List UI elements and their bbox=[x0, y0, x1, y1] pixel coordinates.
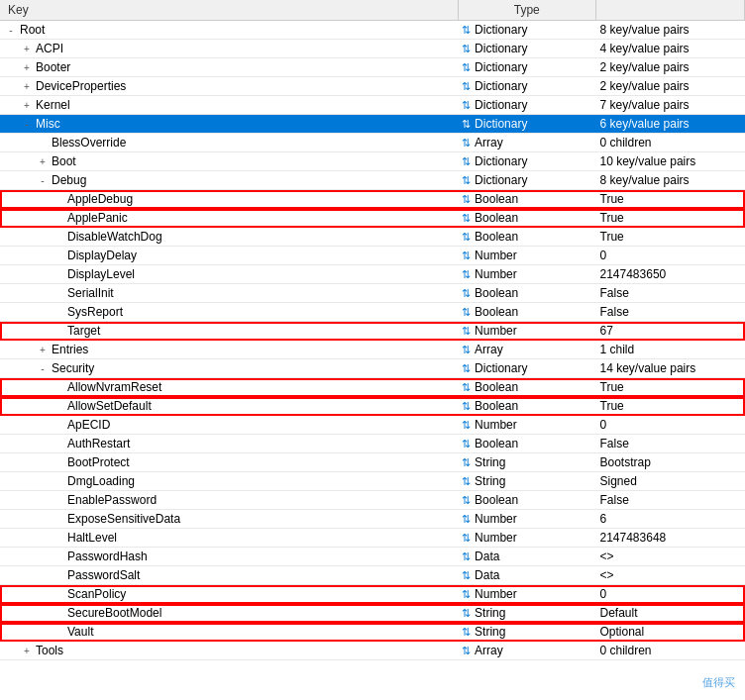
value-label: 8 key/value pairs bbox=[596, 171, 745, 190]
table-row[interactable]: DisableWatchDog⇅BooleanTrue bbox=[0, 228, 745, 247]
table-row[interactable]: Vault⇅StringOptional bbox=[0, 623, 745, 642]
key-name-label: BlessOverride bbox=[50, 136, 126, 150]
key-name-label: Target bbox=[65, 324, 100, 338]
table-row[interactable]: AllowSetDefault⇅BooleanTrue bbox=[0, 397, 745, 416]
key-name-label: AllowSetDefault bbox=[65, 399, 152, 413]
table-row[interactable]: AppleDebug⇅BooleanTrue bbox=[0, 190, 745, 209]
value-label: 6 key/value pairs bbox=[596, 115, 745, 134]
table-row[interactable]: ExposeSensitiveData⇅Number6 bbox=[0, 510, 745, 529]
table-row[interactable]: AuthRestart⇅BooleanFalse bbox=[0, 435, 745, 453]
type-label: String bbox=[475, 455, 505, 469]
type-label: Number bbox=[475, 249, 517, 262]
column-header-type: Type bbox=[458, 0, 595, 21]
type-sort-icon: ⇅ bbox=[462, 137, 471, 149]
type-sort-icon: ⇅ bbox=[462, 569, 471, 581]
expand-plus-icon[interactable]: + bbox=[20, 44, 34, 54]
table-row[interactable]: EnablePassword⇅BooleanFalse bbox=[0, 491, 745, 510]
type-sort-icon: ⇅ bbox=[462, 456, 471, 468]
type-label: Dictionary bbox=[475, 98, 527, 112]
table-row[interactable]: DisplayDelay⇅Number0 bbox=[0, 247, 745, 265]
value-label: 0 children bbox=[596, 134, 745, 152]
expand-minus-icon[interactable]: - bbox=[36, 175, 50, 186]
expand-plus-icon[interactable]: + bbox=[36, 156, 50, 167]
table-row[interactable]: +Kernel⇅Dictionary7 key/value pairs bbox=[0, 96, 745, 115]
table-row[interactable]: HaltLevel⇅Number2147483648 bbox=[0, 529, 745, 548]
key-name-label: ApplePanic bbox=[65, 211, 128, 225]
table-row[interactable]: DmgLoading⇅StringSigned bbox=[0, 472, 745, 491]
table-row[interactable]: SecureBootModel⇅StringDefault bbox=[0, 604, 745, 623]
table-row[interactable]: ScanPolicy⇅Number0 bbox=[0, 585, 745, 604]
table-row[interactable]: SerialInit⇅BooleanFalse bbox=[0, 284, 745, 303]
type-label: Boolean bbox=[475, 399, 518, 413]
type-label: Number bbox=[475, 418, 517, 432]
key-name-label: Root bbox=[18, 23, 45, 37]
type-sort-icon: ⇅ bbox=[462, 513, 471, 525]
table-row[interactable]: ApplePanic⇅BooleanTrue bbox=[0, 209, 745, 228]
table-row[interactable]: ApECID⇅Number0 bbox=[0, 416, 745, 435]
type-label: Number bbox=[475, 512, 517, 526]
table-row[interactable]: BlessOverride⇅Array0 children bbox=[0, 134, 745, 152]
value-label: 4 key/value pairs bbox=[596, 40, 745, 58]
value-label: 8 key/value pairs bbox=[596, 21, 745, 40]
type-label: Boolean bbox=[475, 286, 518, 300]
key-name-label: Tools bbox=[34, 644, 63, 657]
table-row[interactable]: +Boot⇅Dictionary10 key/value pairs bbox=[0, 152, 745, 171]
expand-plus-icon[interactable]: + bbox=[20, 100, 34, 111]
expand-minus-icon[interactable]: - bbox=[4, 25, 18, 36]
table-row[interactable]: AllowNvramReset⇅BooleanTrue bbox=[0, 378, 745, 397]
type-label: Dictionary bbox=[475, 117, 527, 131]
value-label: 2147483648 bbox=[596, 529, 745, 548]
table-row[interactable]: -Security⇅Dictionary14 key/value pairs bbox=[0, 359, 745, 378]
type-label: Boolean bbox=[475, 305, 518, 319]
type-sort-icon: ⇅ bbox=[462, 381, 471, 393]
type-sort-icon: ⇅ bbox=[462, 43, 471, 54]
type-label: Data bbox=[475, 568, 499, 582]
expand-minus-icon[interactable]: - bbox=[20, 119, 34, 130]
type-label: Boolean bbox=[475, 192, 518, 206]
value-label: 2 key/value pairs bbox=[596, 77, 745, 96]
type-sort-icon: ⇅ bbox=[462, 550, 471, 562]
expand-plus-icon[interactable]: + bbox=[20, 62, 34, 73]
type-sort-icon: ⇅ bbox=[462, 24, 471, 36]
table-row[interactable]: -Debug⇅Dictionary8 key/value pairs bbox=[0, 171, 745, 190]
table-row[interactable]: -Root⇅Dictionary8 key/value pairs bbox=[0, 21, 745, 40]
table-row[interactable]: SysReport⇅BooleanFalse bbox=[0, 303, 745, 322]
key-name-label: AppleDebug bbox=[65, 192, 133, 206]
type-sort-icon: ⇅ bbox=[462, 325, 471, 337]
value-label: True bbox=[596, 378, 745, 397]
table-row[interactable]: +Entries⇅Array1 child bbox=[0, 341, 745, 359]
table-row[interactable]: +Tools⇅Array0 children bbox=[0, 642, 745, 660]
main-tree-table: Key Type -Root⇅Dictionary8 key/value pai… bbox=[0, 0, 745, 660]
value-label: 7 key/value pairs bbox=[596, 96, 745, 115]
type-label: Data bbox=[475, 550, 499, 563]
table-row[interactable]: PasswordSalt⇅Data<> bbox=[0, 566, 745, 585]
value-label: Optional bbox=[596, 623, 745, 642]
value-label: True bbox=[596, 190, 745, 209]
value-label: True bbox=[596, 397, 745, 416]
value-label: Default bbox=[596, 604, 745, 623]
type-sort-icon: ⇅ bbox=[462, 118, 471, 130]
table-row[interactable]: PasswordHash⇅Data<> bbox=[0, 548, 745, 566]
key-name-label: PasswordSalt bbox=[65, 568, 140, 582]
expand-plus-icon[interactable]: + bbox=[20, 646, 34, 656]
table-row[interactable]: Target⇅Number67 bbox=[0, 322, 745, 341]
expand-plus-icon[interactable]: + bbox=[20, 81, 34, 92]
table-row[interactable]: +DeviceProperties⇅Dictionary2 key/value … bbox=[0, 77, 745, 96]
type-sort-icon: ⇅ bbox=[462, 99, 471, 111]
type-label: Number bbox=[475, 324, 517, 338]
table-row[interactable]: -Misc⇅Dictionary6 key/value pairs bbox=[0, 115, 745, 134]
value-label: 1 child bbox=[596, 341, 745, 359]
expand-minus-icon[interactable]: - bbox=[36, 363, 50, 374]
key-name-label: AllowNvramReset bbox=[65, 380, 161, 394]
table-row[interactable]: +ACPI⇅Dictionary4 key/value pairs bbox=[0, 40, 745, 58]
type-label: Boolean bbox=[475, 230, 518, 244]
table-row[interactable]: BootProtect⇅StringBootstrap bbox=[0, 453, 745, 472]
type-label: Dictionary bbox=[475, 23, 527, 37]
key-name-label: DeviceProperties bbox=[34, 79, 126, 93]
type-sort-icon: ⇅ bbox=[462, 362, 471, 374]
type-label: Dictionary bbox=[475, 79, 527, 93]
type-label: Boolean bbox=[475, 437, 518, 450]
table-row[interactable]: DisplayLevel⇅Number2147483650 bbox=[0, 265, 745, 284]
expand-plus-icon[interactable]: + bbox=[36, 345, 50, 355]
table-row[interactable]: +Booter⇅Dictionary2 key/value pairs bbox=[0, 58, 745, 77]
